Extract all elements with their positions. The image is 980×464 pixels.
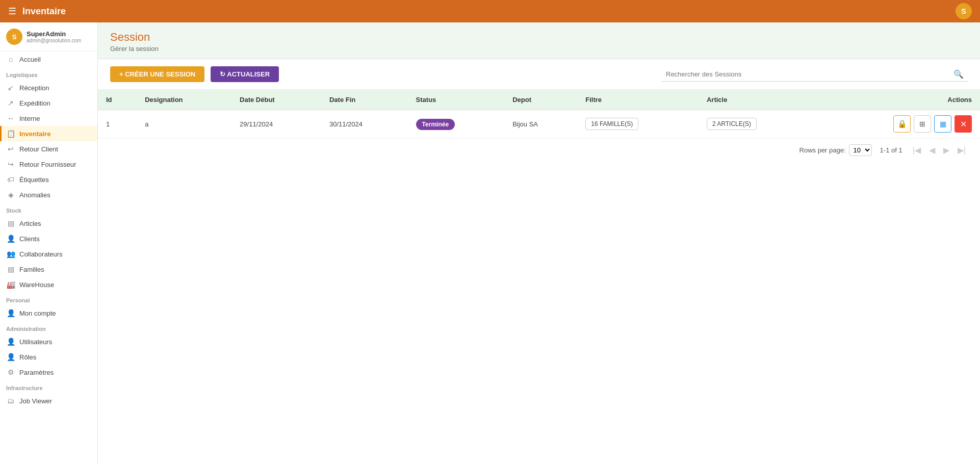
sidebar-label-familles: Familles: [19, 266, 44, 273]
sidebar-label-retour-fournisseur: Retour Fournisseur: [19, 161, 76, 168]
sidebar-label-mon-compte: Mon compte: [19, 310, 56, 317]
sidebar-item-parametres[interactable]: ⚙ Paramètres: [0, 365, 97, 380]
user-name: SuperAdmin: [27, 30, 81, 38]
sidebar-item-accueil[interactable]: ⌂ Accueil: [0, 51, 97, 67]
roles-icon: 👤: [6, 353, 15, 361]
main-container: S SuperAdmin admin@grssolution.com ⌂ Acc…: [0, 22, 980, 464]
cell-status: Terminée: [408, 110, 505, 138]
search-container: 🔍: [662, 67, 968, 82]
toolbar: + CRÉER UNE SESSION ↻ ACTUALISER 🔍: [98, 59, 980, 90]
rows-per-page-select[interactable]: 10 25 50: [849, 144, 872, 156]
sidebar-item-clients[interactable]: 👤 Clients: [0, 231, 97, 246]
collaborateurs-icon: 👥: [6, 250, 15, 258]
navbar: ☰ Inventaire S: [0, 0, 980, 22]
user-avatar-navbar[interactable]: S: [956, 3, 972, 19]
lock-button[interactable]: 🔒: [893, 115, 911, 133]
next-page-button[interactable]: ▶: [941, 144, 951, 156]
user-section: S SuperAdmin admin@grssolution.com: [0, 22, 97, 51]
cell-date-debut: 29/11/2024: [231, 110, 321, 138]
sidebar-label-anomalies: Anomalies: [19, 191, 50, 199]
content-area: Session Gérer la session + CRÉER UNE SES…: [98, 22, 980, 464]
sidebar-item-reception[interactable]: ↙ Réception: [0, 80, 97, 95]
sidebar-item-etiquettes[interactable]: 🏷 Étiquettes: [0, 172, 97, 187]
sidebar-item-job-viewer[interactable]: 🗂 Job Viewer: [0, 393, 97, 408]
mon-compte-icon: 👤: [6, 309, 15, 317]
grid-button[interactable]: ⊞: [914, 115, 931, 133]
col-date-fin: Date Fin: [321, 90, 408, 110]
sidebar-item-inventaire[interactable]: 📋 Inventaire: [0, 126, 97, 141]
sidebar-label-reception: Réception: [19, 84, 49, 92]
sidebar-item-mon-compte[interactable]: 👤 Mon compte: [0, 305, 97, 321]
cell-actions: 🔒 ⊞ ▦ ✕: [814, 110, 980, 138]
warehouse-icon: 🏭: [6, 280, 15, 289]
sidebar-label-roles: Rôles: [19, 353, 36, 361]
job-viewer-icon: 🗂: [6, 397, 15, 405]
section-personal: Personal: [0, 292, 97, 305]
sidebar-label-utilisateurs: Utilisateurs: [19, 338, 52, 346]
user-email: admin@grssolution.com: [27, 38, 81, 43]
clients-icon: 👤: [6, 235, 15, 243]
refresh-button[interactable]: ↻ ACTUALISER: [211, 66, 279, 82]
sidebar-item-retour-fournisseur[interactable]: ↪ Retour Fournisseur: [0, 157, 97, 172]
col-actions: Actions: [814, 90, 980, 110]
sidebar-label-inventaire: Inventaire: [19, 130, 50, 138]
anomalies-icon: ◈: [6, 191, 15, 199]
sidebar-item-collaborateurs[interactable]: 👥 Collaborateurs: [0, 246, 97, 262]
cell-depot: Bijou SA: [504, 110, 577, 138]
sidebar-item-articles[interactable]: ▤ Articles: [0, 216, 97, 231]
page-subtitle: Gérer la session: [110, 45, 968, 53]
sidebar-label-etiquettes: Étiquettes: [19, 176, 49, 184]
app-title: Inventaire: [22, 6, 66, 17]
page-info: 1-1 of 1: [880, 146, 902, 154]
col-id: Id: [98, 90, 137, 110]
sidebar-item-retour-client[interactable]: ↩ Retour Client: [0, 141, 97, 157]
navbar-left: ☰ Inventaire: [8, 6, 66, 17]
section-administration: Administration: [0, 321, 97, 334]
filtre-button[interactable]: 16 FAMILLE(S): [585, 118, 638, 130]
rows-per-page-label: Rows per page:: [800, 146, 846, 154]
sidebar-label-warehouse: WareHouse: [19, 281, 54, 289]
sidebar-label-parametres: Paramètres: [19, 369, 54, 376]
table-row: 1 a 29/11/2024 30/11/2024 Terminée Bijou…: [98, 110, 980, 138]
parametres-icon: ⚙: [6, 368, 15, 376]
cell-date-fin: 30/11/2024: [321, 110, 408, 138]
page-header: Session Gérer la session: [98, 22, 980, 59]
section-infrastructure: Infrastructure: [0, 380, 97, 393]
delete-button[interactable]: ✕: [955, 115, 972, 133]
last-page-button[interactable]: ▶|: [956, 144, 968, 156]
sidebar-item-roles[interactable]: 👤 Rôles: [0, 349, 97, 365]
sidebar-item-warehouse[interactable]: 🏭 WareHouse: [0, 277, 97, 292]
sidebar-item-interne[interactable]: ↔ Interne: [0, 111, 97, 126]
col-designation: Designation: [137, 90, 231, 110]
create-session-button[interactable]: + CRÉER UNE SESSION: [110, 66, 204, 82]
rows-per-page: Rows per page: 10 25 50: [800, 144, 872, 156]
cell-article: 2 ARTICLE(S): [699, 110, 814, 138]
sidebar-item-utilisateurs[interactable]: 👤 Utilisateurs: [0, 334, 97, 349]
article-button[interactable]: 2 ARTICLE(S): [707, 118, 757, 130]
sidebar-label-expedition: Expédition: [19, 99, 50, 107]
sidebar-item-familles[interactable]: ▤ Familles: [0, 262, 97, 277]
hamburger-icon[interactable]: ☰: [8, 6, 16, 17]
action-buttons: 🔒 ⊞ ▦ ✕: [822, 115, 972, 133]
sidebar-label-job-viewer: Job Viewer: [19, 397, 52, 405]
col-article: Article: [699, 90, 814, 110]
section-stock: Stock: [0, 202, 97, 216]
search-icon: 🔍: [953, 69, 964, 79]
sidebar-label-retour-client: Retour Client: [19, 145, 58, 153]
reception-icon: ↙: [6, 84, 15, 92]
home-icon: ⌂: [6, 55, 15, 63]
retour-fournisseur-icon: ↪: [6, 160, 15, 168]
table-header-row: Id Designation Date Début Date Fin Statu…: [98, 90, 980, 110]
col-status: Status: [408, 90, 505, 110]
sidebar-item-expedition[interactable]: ↗ Expédition: [0, 95, 97, 111]
sidebar-item-anomalies[interactable]: ◈ Anomalies: [0, 187, 97, 202]
sessions-table: Id Designation Date Début Date Fin Statu…: [98, 90, 980, 138]
sidebar-label-clients: Clients: [19, 235, 40, 243]
view-button[interactable]: ▦: [934, 115, 951, 133]
search-input[interactable]: [666, 70, 953, 78]
section-logistiques: Logistiques: [0, 67, 97, 80]
first-page-button[interactable]: |◀: [911, 144, 923, 156]
familles-icon: ▤: [6, 265, 15, 273]
prev-page-button[interactable]: ◀: [927, 144, 937, 156]
sidebar-label-accueil: Accueil: [19, 56, 41, 63]
